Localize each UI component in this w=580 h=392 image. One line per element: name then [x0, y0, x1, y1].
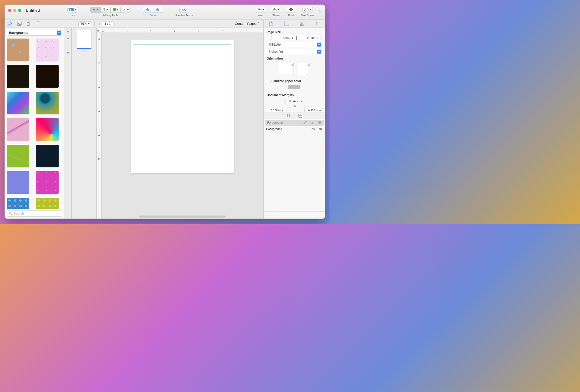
remove-layer-button[interactable]: − [270, 213, 273, 218]
background-thumbnail[interactable] [7, 145, 29, 167]
layer-list: Foreground Background [264, 119, 325, 132]
stepper-icon [319, 109, 321, 112]
insert-button[interactable] [256, 7, 266, 13]
add-page-button[interactable]: + [67, 29, 69, 34]
zoom-group: Zoom [143, 7, 163, 17]
svg-rect-35 [319, 128, 322, 129]
zoom-in-button[interactable] [153, 7, 163, 13]
photos-library-tab[interactable] [16, 21, 22, 27]
svg-rect-32 [319, 123, 321, 124]
shape-tool-button[interactable] [110, 7, 120, 13]
layer-row-foreground[interactable]: Foreground [265, 120, 324, 126]
svg-rect-36 [320, 129, 322, 130]
margin-top-input[interactable]: 0.347 in [285, 99, 303, 103]
zoom-out-button[interactable] [143, 7, 153, 13]
background-thumbnail[interactable] [36, 65, 59, 88]
page-navigation: ‹ 1 / 1 › [98, 22, 118, 26]
pages-library-tab[interactable] [26, 21, 32, 27]
stepper-icon [300, 99, 303, 103]
background-thumbnail[interactable] [7, 39, 29, 61]
document-page[interactable] [131, 40, 234, 173]
simulate-paper-checkbox[interactable]: Simulate paper color [267, 79, 322, 83]
visibility-icon[interactable] [310, 121, 314, 124]
background-thumbnail[interactable] [7, 118, 29, 141]
ruler-inspector-tab[interactable] [284, 22, 288, 26]
text-styles-button[interactable]: AA [303, 7, 313, 13]
margin-guide [134, 44, 231, 169]
preview-group: Preview Mode [176, 7, 193, 17]
share-group: Share [271, 7, 281, 17]
print-layer-icon[interactable] [318, 121, 321, 124]
canvas[interactable] [102, 33, 263, 219]
remove-page-button[interactable]: − [67, 36, 69, 41]
svg-point-33 [313, 129, 314, 130]
grid-tab[interactable] [298, 114, 302, 118]
background-thumbnail[interactable] [36, 198, 59, 209]
add-layer-button[interactable]: + [266, 213, 268, 218]
library-category-select[interactable]: Backgrounds [7, 30, 62, 36]
chevron-down-icon [117, 9, 118, 10]
orientation-portrait-button[interactable] [298, 63, 310, 76]
preview-mode-button[interactable] [179, 7, 189, 13]
background-thumbnail[interactable] [36, 171, 59, 194]
margin-right-input[interactable]: 0.208 in [304, 108, 322, 112]
background-thumbnail[interactable] [36, 118, 59, 141]
horizontal-scrollbar[interactable] [139, 216, 226, 218]
fonts-library-tab[interactable]: a [35, 21, 41, 27]
text-tool-button[interactable]: T [100, 7, 110, 13]
zoom-window-button[interactable] [18, 9, 21, 12]
units-select[interactable]: Inches (in) [267, 49, 322, 54]
svg-point-26 [10, 212, 11, 214]
background-thumbnail[interactable] [36, 39, 59, 61]
orientation-landscape-button[interactable] [279, 63, 294, 74]
print-layer-icon[interactable] [319, 128, 322, 131]
horizontal-ruler[interactable]: in -4-2024681012 [97, 28, 263, 33]
app-window: Untitled View T [5, 5, 325, 219]
page-height-input[interactable]: 11.000 in [299, 36, 322, 40]
print-button[interactable] [286, 7, 296, 13]
book-view-icon[interactable] [66, 22, 74, 26]
background-thumbnail[interactable] [36, 92, 59, 114]
background-thumbnail[interactable] [7, 171, 29, 194]
align-inspector-tab[interactable] [300, 22, 304, 26]
library-search-input[interactable]: Search [7, 210, 62, 217]
page-thumbnail[interactable] [77, 30, 91, 49]
page-indicator[interactable]: 1 / 1 [102, 22, 113, 26]
page-width-input[interactable]: 8.500 in [271, 36, 294, 40]
svg-line-10 [158, 11, 159, 12]
close-window-button[interactable] [8, 9, 11, 12]
dropdown-arrows-icon [57, 31, 61, 35]
content-pages-select[interactable]: Content Pages [235, 22, 259, 26]
next-page-button[interactable]: › [114, 22, 118, 26]
layers-tab[interactable] [286, 114, 291, 117]
visibility-icon[interactable] [311, 128, 315, 130]
prev-page-button[interactable]: ‹ [98, 22, 101, 26]
zoom-level-select[interactable]: 39% [78, 21, 91, 26]
chevron-down-icon [310, 9, 311, 10]
page-preset-select[interactable]: US Letter [267, 42, 322, 47]
canvas-area: in -4-2024681012 0246810 [97, 28, 263, 219]
margin-left-input[interactable]: 0.208 in [267, 108, 284, 112]
text-inspector-tab[interactable]: T [315, 22, 319, 26]
share-button[interactable] [271, 7, 281, 13]
select-tool-button[interactable] [90, 7, 100, 13]
minimize-window-button[interactable] [13, 9, 16, 12]
edit-layer-icon[interactable] [303, 121, 307, 124]
layer-row-background[interactable]: Background [264, 126, 325, 132]
insert-group: Insert [256, 7, 266, 17]
editing-tools-group: T Editing Tools [90, 7, 130, 17]
background-thumbnail[interactable] [7, 92, 29, 114]
toolbar-overflow-button[interactable]: » [317, 8, 322, 14]
paper-color-well[interactable] [288, 85, 300, 89]
vertical-ruler[interactable]: 0246810 [97, 33, 102, 219]
line-tool-button[interactable] [120, 7, 130, 13]
page-settings-button[interactable] [66, 51, 70, 55]
document-inspector-tab[interactable] [269, 22, 273, 26]
background-thumbnail[interactable] [7, 65, 29, 88]
background-thumbnail[interactable] [7, 198, 29, 209]
background-thumbnail[interactable] [36, 145, 59, 167]
view-button[interactable] [67, 7, 78, 13]
svg-rect-16 [290, 10, 292, 11]
svg-point-11 [184, 9, 185, 10]
shapes-library-tab[interactable] [7, 21, 13, 27]
